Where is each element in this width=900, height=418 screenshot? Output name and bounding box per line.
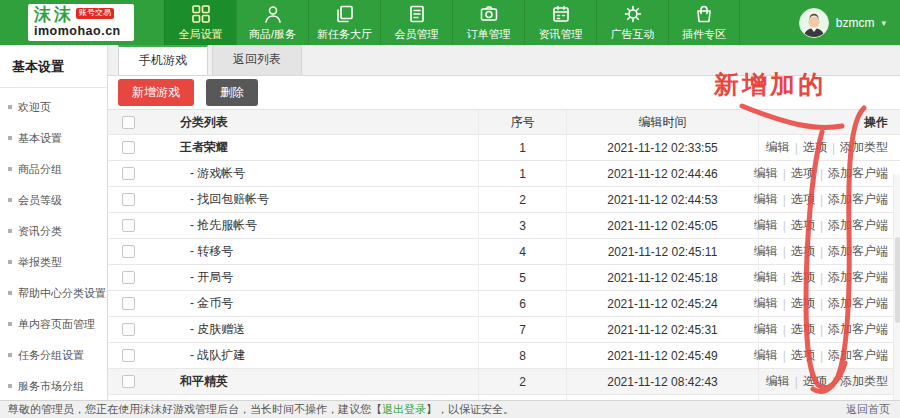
sidebar-item[interactable]: 服务市场分组 [0,371,107,400]
table-body: 王者荣耀 1 2021-11-12 02:33:55 编辑|选项|添加类型 - … [108,135,900,400]
chevron-down-icon: ▾ [881,18,886,28]
nav-item[interactable]: 会员管理 [380,0,452,45]
edit-time: 2021-11-12 08:42:43 [566,369,758,394]
nav-item[interactable]: 全局设置 [164,0,236,45]
sidebar-item[interactable]: 商品分组 [0,154,107,185]
table-row: - 皮肤赠送 7 2021-11-12 02:45:31 编辑|选项|添加客户端 [108,317,900,343]
row-checkbox[interactable] [122,193,135,206]
select-all-checkbox[interactable] [122,116,135,129]
nav-item[interactable]: 资讯管理 [524,0,596,45]
action-link[interactable]: 选项 [791,295,815,312]
nav-item[interactable]: 插件专区 [668,0,740,45]
action-link[interactable]: 选项 [791,243,815,260]
sidebar-item[interactable]: 资讯分类 [0,216,107,247]
table-scrollbar[interactable] [893,174,900,400]
category-name: - 战队扩建 [148,343,478,368]
separator: | [795,141,798,155]
row-actions: 编辑|选项|添加客户端 [758,265,900,290]
action-link[interactable]: 编辑 [754,321,778,338]
action-link[interactable]: 添加类型 [840,373,888,390]
action-link[interactable]: 添加客户端 [828,243,888,260]
back-home-link[interactable]: 返回首页 [846,401,890,418]
action-link[interactable]: 添加客户端 [828,165,888,182]
admin-app: 沫沫 账号交易 imomohao.cn 全局设置 商品/服务 新任务大厅 会员管… [0,0,900,418]
action-link[interactable]: 添加客户端 [828,347,888,364]
nav-item[interactable]: 广告互动 [596,0,668,45]
separator: | [783,297,786,311]
nav-item[interactable]: 新任务大厅 [308,0,380,45]
action-link[interactable]: 编辑 [766,373,790,390]
username: bzmcm [836,16,875,30]
logo[interactable]: 沫沫 账号交易 imomohao.cn [28,4,134,41]
table-row: 王者荣耀 1 2021-11-12 02:33:55 编辑|选项|添加类型 [108,135,900,161]
table-row: - 转移号 4 2021-11-12 02:45:11 编辑|选项|添加客户端 [108,239,900,265]
row-checkbox[interactable] [122,245,135,258]
sidebar-item[interactable]: 任务分组设置 [0,340,107,371]
edit-time: 2021-11-12 02:33:55 [566,135,758,160]
action-link[interactable]: 编辑 [754,217,778,234]
action-link[interactable]: 添加客户端 [828,217,888,234]
separator: | [795,375,798,389]
action-link[interactable]: 选项 [791,191,815,208]
category-name: - 抢先服帐号 [148,213,478,238]
tab-bar: 手机游戏 返回列表 [108,45,900,76]
action-link[interactable]: 选项 [791,165,815,182]
row-checkbox[interactable] [122,349,135,362]
scrollbar-thumb[interactable] [895,237,900,323]
nav-item[interactable]: 订单管理 [452,0,524,45]
action-link[interactable]: 添加客户端 [828,321,888,338]
logo-domain: imomohao.cn [34,25,128,39]
separator: | [783,245,786,259]
admin-notice: 尊敬的管理员，您正在使用沫沫好游戏管理后台，当长时间不操作，建议您【退出登录】，… [8,403,514,415]
row-actions: 编辑|选项|添加客户端 [758,291,900,316]
row-checkbox[interactable] [122,271,135,284]
gear-icon [623,4,643,24]
action-link[interactable]: 添加类型 [840,139,888,156]
user-menu[interactable]: bzmcm ▾ [799,0,886,45]
action-link[interactable]: 编辑 [754,347,778,364]
row-actions: 编辑|选项|添加客户端 [758,239,900,264]
sidebar-item[interactable]: 帮助中心分类设置 [0,278,107,309]
action-link[interactable]: 添加客户端 [828,269,888,286]
sidebar-item[interactable]: 单内容页面管理 [0,309,107,340]
action-link[interactable]: 添加客户端 [828,295,888,312]
logout-link[interactable]: 退出登录 [382,403,426,415]
sidebar-item[interactable]: 会员等级 [0,185,107,216]
delete-button[interactable]: 删除 [206,79,258,106]
sidebar-item[interactable]: 基本设置 [0,123,107,154]
row-actions: 编辑|选项|添加客户端 [758,187,900,212]
row-checkbox[interactable] [122,167,135,180]
row-checkbox[interactable] [122,141,135,154]
row-checkbox[interactable] [122,375,135,388]
table-row: - 战队扩建 8 2021-11-12 02:45:49 编辑|选项|添加客户端 [108,343,900,369]
edit-time: 2021-11-12 02:45:31 [566,317,758,342]
sidebar-item[interactable]: 欢迎页 [0,92,107,123]
action-link[interactable]: 选项 [803,139,827,156]
separator: | [820,193,823,207]
action-link[interactable]: 选项 [803,373,827,390]
row-checkbox[interactable] [122,219,135,232]
add-game-button[interactable]: 新增游戏 [118,79,194,106]
nav-item[interactable]: 商品/服务 [236,0,308,45]
action-link[interactable]: 编辑 [754,191,778,208]
action-link[interactable]: 编辑 [754,243,778,260]
action-link[interactable]: 选项 [791,321,815,338]
action-link[interactable]: 添加客户端 [828,191,888,208]
tab[interactable]: 返回列表 [212,45,302,75]
document-icon [407,4,427,24]
action-link[interactable]: 选项 [791,269,815,286]
action-link[interactable]: 选项 [791,347,815,364]
order-number: 3 [478,213,566,238]
table-row: - 开局号 5 2021-11-12 02:45:18 编辑|选项|添加客户端 [108,265,900,291]
action-link[interactable]: 编辑 [766,139,790,156]
tab[interactable]: 手机游戏 [118,45,208,75]
row-checkbox[interactable] [122,297,135,310]
order-number: 4 [478,239,566,264]
action-link[interactable]: 编辑 [754,269,778,286]
sidebar-item[interactable]: 举报类型 [0,247,107,278]
row-checkbox[interactable] [122,323,135,336]
action-link[interactable]: 选项 [791,217,815,234]
order-number: 1 [478,161,566,186]
action-link[interactable]: 编辑 [754,295,778,312]
action-link[interactable]: 编辑 [754,165,778,182]
